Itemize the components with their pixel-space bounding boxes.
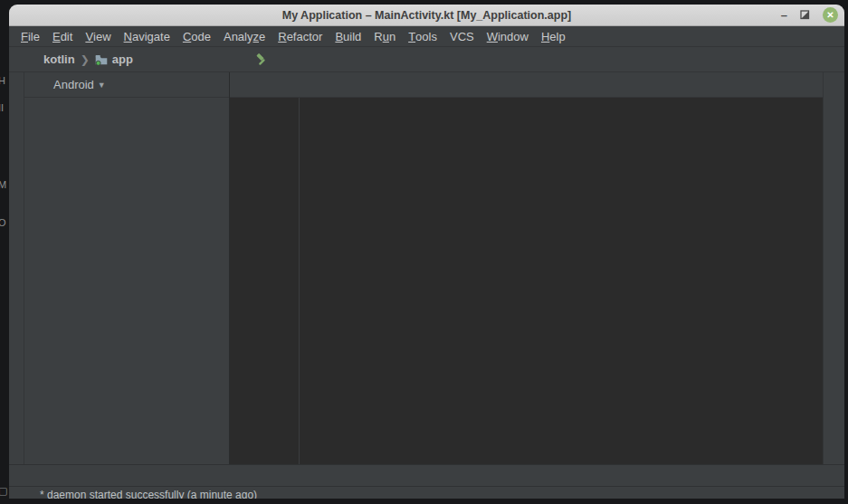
restore-button[interactable] xyxy=(800,10,810,20)
build-project-icon xyxy=(255,53,268,66)
menu-navigate[interactable]: Navigate xyxy=(118,26,176,46)
project-panel: Android ▼ xyxy=(24,72,230,464)
screenshot-stage: HIIMO▢ My Application – MainActivity.kt … xyxy=(0,0,848,504)
breadcrumb-app[interactable]: app xyxy=(95,52,133,66)
project-panel-header: Android ▼ xyxy=(24,72,229,98)
toolwindow-toggle-icon[interactable] xyxy=(13,486,31,499)
folder-app-icon xyxy=(95,54,108,65)
menu-refactor[interactable]: Refactor xyxy=(272,26,329,46)
window-titlebar: My Application – MainActivity.kt [My_App… xyxy=(9,5,844,26)
menu-tools[interactable]: Tools xyxy=(402,26,443,46)
toolbar-actions xyxy=(252,50,272,70)
project-view-selector[interactable]: Android xyxy=(53,78,94,91)
menu-help[interactable]: Help xyxy=(535,26,572,46)
close-button[interactable]: ✕ xyxy=(823,7,838,23)
restore-icon xyxy=(800,10,810,20)
menu-build[interactable]: Build xyxy=(329,26,367,46)
background-glyph: ▢ xyxy=(0,485,7,497)
background-glyph: II xyxy=(0,102,4,113)
main-toolbar: kotlin❯app xyxy=(9,47,844,72)
minimize-button[interactable]: – xyxy=(781,11,787,20)
window-controls: – ✕ xyxy=(781,5,838,25)
background-glyph: M xyxy=(0,179,6,190)
breadcrumb-separator: ❯ xyxy=(81,53,90,66)
background-glyph: O xyxy=(0,217,6,228)
workspace-row: Android ▼ xyxy=(9,72,844,464)
status-bar: * daemon started successfully (a minute … xyxy=(9,486,844,499)
project-tree xyxy=(24,98,229,464)
ide-window: My Application – MainActivity.kt [My_App… xyxy=(9,5,844,499)
tool-stripe-left xyxy=(9,72,24,464)
background-glyph: H xyxy=(0,75,5,86)
menu-run[interactable]: Run xyxy=(367,26,402,46)
build-project-button[interactable] xyxy=(252,50,272,70)
breadcrumb: kotlin❯app xyxy=(9,52,252,66)
breadcrumb-label: kotlin xyxy=(43,52,75,66)
menu-bar: FileEditViewNavigateCodeAnalyzeRefactorB… xyxy=(9,26,844,47)
editor-tabs xyxy=(230,72,823,98)
menu-file[interactable]: File xyxy=(14,26,46,46)
breadcrumb-label: app xyxy=(112,52,133,66)
android-view-icon xyxy=(30,76,48,94)
menu-vcs[interactable]: VCS xyxy=(443,26,481,46)
tool-stripe-right xyxy=(823,72,844,464)
window-title: My Application – MainActivity.kt [My_App… xyxy=(9,9,844,22)
breadcrumb-kotlin[interactable]: kotlin xyxy=(43,52,75,66)
tool-window-bar xyxy=(9,464,844,486)
editor[interactable] xyxy=(230,98,823,464)
menu-edit[interactable]: Edit xyxy=(46,26,79,46)
menu-analyze[interactable]: Analyze xyxy=(217,26,272,46)
gutter-separator xyxy=(299,98,300,464)
menu-code[interactable]: Code xyxy=(176,26,217,46)
menu-window[interactable]: Window xyxy=(481,26,535,46)
editor-column xyxy=(230,72,823,464)
chevron-down-icon: ▼ xyxy=(98,81,106,90)
menu-view[interactable]: View xyxy=(79,26,117,46)
status-message: * daemon started successfully (a minute … xyxy=(40,489,257,499)
